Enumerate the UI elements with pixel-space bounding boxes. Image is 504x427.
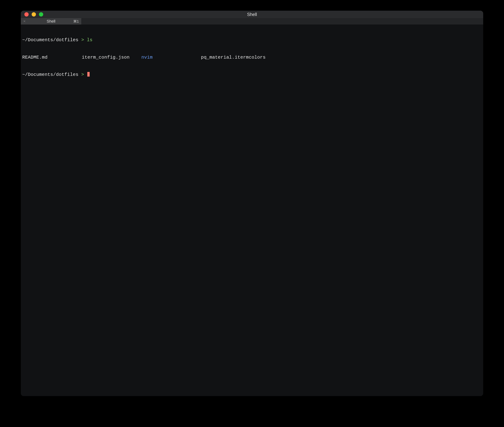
cursor-block bbox=[87, 72, 90, 76]
terminal-line: ~/Documents/dotfiles > bbox=[22, 72, 482, 78]
ls-entry-file: README.md bbox=[22, 54, 82, 60]
ls-entry-file: iterm_config.json bbox=[82, 54, 141, 60]
ls-entry-dir: nvim bbox=[141, 54, 201, 60]
prompt-symbol: > bbox=[81, 72, 84, 77]
tab-shell[interactable]: × Shell ⌘1 bbox=[21, 18, 81, 24]
command-text: ls bbox=[87, 37, 93, 43]
ls-output-row: README.md iterm_config.json nvim pq_mate… bbox=[22, 54, 482, 60]
tab-label: Shell bbox=[47, 19, 55, 24]
terminal-line: ~/Documents/dotfiles > ls bbox=[22, 37, 482, 43]
tab-close-icon[interactable]: × bbox=[23, 19, 27, 23]
close-window-button[interactable] bbox=[24, 12, 29, 16]
titlebar[interactable]: Shell bbox=[21, 11, 483, 18]
tab-shortcut: ⌘1 bbox=[73, 19, 79, 23]
prompt-symbol: > bbox=[81, 37, 84, 43]
terminal-viewport[interactable]: ~/Documents/dotfiles > ls README.md iter… bbox=[21, 24, 483, 396]
prompt-path: ~/Documents/dotfiles bbox=[22, 37, 79, 43]
tabbar: × Shell ⌘1 bbox=[21, 18, 483, 24]
window-title: Shell bbox=[247, 12, 257, 17]
zoom-window-button[interactable] bbox=[39, 12, 43, 16]
prompt-path: ~/Documents/dotfiles bbox=[22, 72, 79, 77]
terminal-window: Shell × Shell ⌘1 ~/Documents/dotfiles > … bbox=[21, 11, 483, 396]
minimize-window-button[interactable] bbox=[32, 12, 36, 16]
ls-entry-file: pq_material.itermcolors bbox=[201, 54, 482, 60]
traffic-lights bbox=[21, 12, 43, 16]
